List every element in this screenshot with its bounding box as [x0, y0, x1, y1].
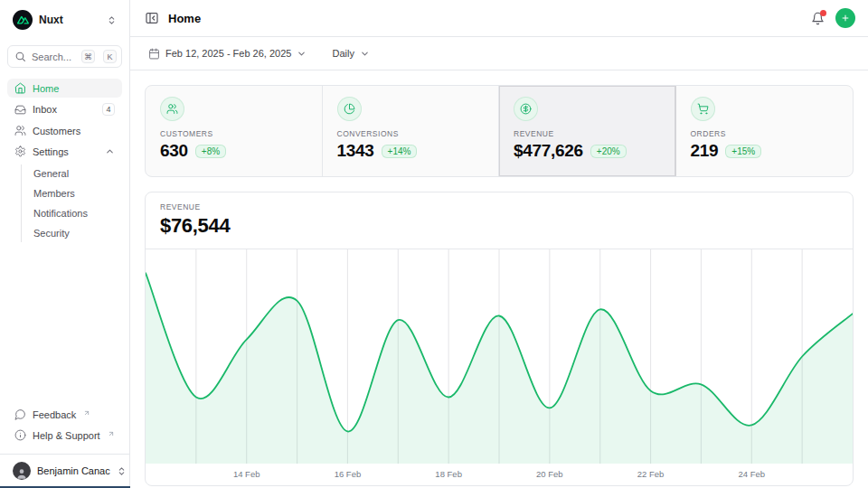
stat-revenue[interactable]: REVENUE $477,626 +20% [499, 86, 676, 176]
chevron-down-icon [360, 49, 370, 59]
chart-header: REVENUE $76,544 [146, 192, 853, 249]
sidebar-footer: Feedback Help & Support Benjamin Canac [7, 405, 122, 488]
user-name: Benjamin Canac [37, 465, 110, 476]
kbd-k: K [103, 50, 117, 63]
users-icon [14, 125, 26, 136]
x-tick-label: 16 Feb [335, 469, 362, 479]
date-range-label: Feb 12, 2025 - Feb 26, 2025 [165, 48, 291, 59]
help-support-label: Help & Support [33, 430, 100, 441]
home-icon [14, 82, 26, 94]
sidebar: Nuxt Search... ⌘ K Home [0, 0, 130, 488]
chart-pie-icon [337, 97, 362, 121]
panel-left-close-icon[interactable] [145, 11, 159, 25]
sidebar-item-customers[interactable]: Customers [7, 121, 122, 140]
sidebar-item-label: Inbox [33, 104, 57, 115]
delta-badge: +14% [382, 145, 418, 158]
users-icon [160, 97, 184, 121]
sidebar-nav: Home Inbox 4 Customers Settings [7, 79, 122, 244]
chart-svg [146, 249, 853, 465]
stat-value: $477,626 [514, 141, 583, 161]
granularity-label: Daily [332, 48, 354, 59]
stat-value: 1343 [337, 141, 374, 161]
delta-badge: +15% [725, 145, 761, 158]
add-button[interactable] [835, 8, 855, 28]
stat-label: CUSTOMERS [160, 129, 307, 138]
message-bubble-icon [14, 408, 26, 420]
revenue-area-chart[interactable] [146, 249, 853, 465]
chevron-down-icon [297, 49, 307, 59]
stat-conversions[interactable]: CONVERSIONS 1343 +14% [323, 86, 500, 176]
external-link-icon [108, 430, 115, 437]
feedback-label: Feedback [33, 409, 76, 420]
date-range-picker[interactable]: Feb 12, 2025 - Feb 26, 2025 [145, 46, 310, 61]
delta-badge: +8% [195, 145, 226, 158]
header-actions [811, 8, 855, 28]
main-area: Home Feb 12, 2025 - Feb 26, 2025 [130, 0, 868, 488]
stat-value: 630 [160, 141, 188, 161]
sidebar-item-settings[interactable]: Settings [7, 142, 122, 161]
page-header: Home [130, 0, 868, 37]
x-tick-label: 20 Feb [536, 469, 563, 479]
page-title: Home [168, 12, 201, 25]
avatar [13, 462, 31, 480]
settings-sub-list: General Members Notifications Security [21, 164, 122, 242]
user-menu[interactable]: Benjamin Canac [0, 454, 129, 488]
stat-label: ORDERS [691, 129, 839, 138]
inbox-icon [14, 104, 26, 116]
filters-toolbar: Feb 12, 2025 - Feb 26, 2025 Daily [130, 37, 868, 70]
sidebar-item-members[interactable]: Members [28, 184, 122, 202]
nuxt-logo-icon [13, 10, 33, 30]
sidebar-item-general[interactable]: General [28, 164, 122, 183]
sidebar-item-label: Home [33, 83, 59, 94]
workspace-selector[interactable]: Nuxt [7, 7, 122, 33]
circle-dollar-icon [514, 97, 538, 121]
x-tick-label: 22 Feb [637, 469, 665, 479]
sidebar-item-security[interactable]: Security [28, 224, 122, 242]
workspace-name: Nuxt [39, 14, 63, 26]
chevrons-up-down-icon [107, 15, 117, 25]
chart-metric-label: REVENUE [160, 202, 838, 211]
stat-customers[interactable]: CUSTOMERS 630 +8% [146, 86, 323, 176]
sidebar-item-notifications[interactable]: Notifications [28, 204, 122, 222]
shopping-cart-icon [691, 97, 715, 121]
search-input[interactable]: Search... ⌘ K [7, 45, 122, 68]
help-support-link[interactable]: Help & Support [7, 426, 122, 445]
chevron-up-icon [105, 146, 115, 156]
chart-x-axis: 14 Feb16 Feb18 Feb20 Feb22 Feb24 Feb [146, 465, 853, 485]
search-placeholder: Search... [32, 52, 71, 62]
inbox-count-badge: 4 [102, 103, 115, 116]
stat-label: REVENUE [514, 129, 661, 138]
gear-icon [14, 145, 26, 157]
search-icon [14, 51, 26, 62]
revenue-chart-card: REVENUE $76,544 14 Feb16 Feb18 Feb20 Feb… [145, 192, 854, 486]
chart-body: 14 Feb16 Feb18 Feb20 Feb22 Feb24 Feb [146, 249, 853, 485]
notification-dot [820, 10, 826, 16]
calendar-icon [148, 48, 160, 60]
stat-label: CONVERSIONS [337, 129, 485, 138]
stat-value: 219 [691, 141, 719, 161]
x-tick-label: 18 Feb [435, 469, 462, 479]
stat-orders[interactable]: ORDERS 219 +15% [676, 86, 854, 176]
app-root: Nuxt Search... ⌘ K Home [0, 0, 868, 488]
sidebar-item-inbox[interactable]: Inbox 4 [7, 99, 122, 119]
external-link-icon [83, 409, 90, 417]
kbd-command: ⌘ [81, 50, 95, 63]
chevrons-up-down-icon [117, 466, 127, 476]
sidebar-item-label: Customers [33, 126, 80, 136]
granularity-select[interactable]: Daily [328, 46, 373, 61]
sidebar-item-home[interactable]: Home [7, 79, 122, 98]
stats-row: CUSTOMERS 630 +8% CONVERSIONS 1343 +14% [145, 85, 854, 177]
x-tick-label: 24 Feb [738, 469, 765, 479]
x-tick-label: 14 Feb [233, 469, 260, 479]
delta-badge: +20% [590, 145, 627, 158]
dashboard-content: CUSTOMERS 630 +8% CONVERSIONS 1343 +14% [130, 70, 868, 488]
feedback-link[interactable]: Feedback [7, 405, 122, 424]
sidebar-item-label: Settings [33, 146, 69, 157]
notifications-bell-icon[interactable] [811, 12, 825, 25]
info-circle-icon [14, 429, 26, 441]
chart-metric-value: $76,544 [160, 214, 838, 238]
